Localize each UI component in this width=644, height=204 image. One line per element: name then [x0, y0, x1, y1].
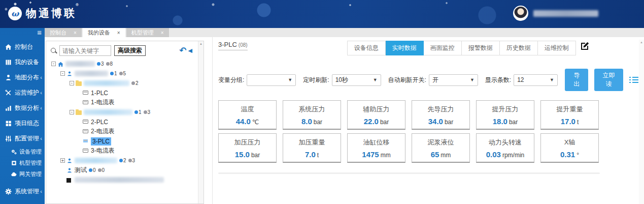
tree-node-device[interactable]: 1-PLC: [51, 88, 201, 98]
close-icon[interactable]: ×: [161, 30, 164, 36]
scroll-up-icon[interactable]: ▲: [640, 41, 643, 44]
card-value: 44.0: [236, 117, 251, 126]
chevron-left-icon: ‹: [40, 105, 42, 111]
refresh-interval-select[interactable]: 10秒▼: [332, 74, 381, 86]
device-icon: [83, 90, 89, 96]
data-card-pressurize-pressure[interactable]: 加压压力 15.0bar: [218, 133, 277, 163]
sidebar-item-my-devices[interactable]: 我的设备: [0, 54, 45, 70]
collapse-node-icon[interactable]: -: [70, 110, 74, 114]
sidebar-item-config[interactable]: 配置管理 ‹: [0, 131, 45, 146]
sidebar-subitem-label: 设备管理: [19, 148, 42, 156]
tree-node-device[interactable]: 2-电流表: [51, 127, 201, 136]
cloud-icon: [11, 171, 17, 178]
tab-model-mgmt[interactable]: 机型管理 ×: [126, 28, 169, 37]
tree-node-root[interactable]: - 3 8: [51, 59, 201, 69]
gray-dot-icon: [119, 72, 123, 75]
page-scrollbar[interactable]: ▲: [639, 40, 644, 204]
tab-console[interactable]: 控制台 ×: [45, 28, 82, 37]
collapse-node-icon[interactable]: -: [70, 81, 74, 85]
sidebar-item-ops[interactable]: 运营维护 ‹: [0, 85, 45, 100]
home-icon: [57, 61, 64, 67]
user-icon: [66, 167, 73, 173]
sidebar-item-project[interactable]: 项目组态: [0, 115, 45, 131]
display-count-select[interactable]: 12▼: [514, 74, 558, 86]
sidebar-item-console[interactable]: 控制台: [0, 39, 45, 54]
tree-node-other[interactable]: [51, 175, 201, 185]
hamburger-icon[interactable]: ≡: [37, 28, 42, 37]
collapse-panel-icon[interactable]: ◀: [188, 47, 192, 54]
section-separator: [218, 172, 600, 174]
sidebar-item-analytics[interactable]: 数据分析 ‹: [0, 100, 45, 115]
data-card-lift-weight[interactable]: 提升重量 17.0t: [540, 100, 599, 130]
total-count-badge: 5: [119, 71, 126, 76]
tab-device-info[interactable]: 设备信息: [347, 41, 386, 55]
tree-node-group[interactable]: - 1 5: [51, 69, 201, 78]
data-card-pressurize-weight[interactable]: 加压重量 7.0t: [283, 133, 341, 163]
device-tab-group: 设备信息 实时数据 画面监控 报警数据 历史数据 运维控制: [347, 41, 576, 55]
undo-icon[interactable]: ↶: [179, 47, 186, 54]
tree-node-device[interactable]: 1-电流表: [51, 98, 201, 107]
card-unit: mm: [381, 152, 391, 159]
data-card-lift-pressure[interactable]: 提升压力 18.0bar: [476, 100, 534, 130]
chevron-left-icon: ‹: [40, 74, 42, 80]
scroll-up-icon[interactable]: ▲: [199, 42, 202, 45]
card-unit: bar: [251, 152, 260, 159]
tab-my-devices[interactable]: 我的设备 ×: [83, 28, 125, 37]
data-card-mud-level[interactable]: 泥浆液位 65mm: [412, 133, 470, 163]
advanced-search-button[interactable]: 高级搜索: [114, 45, 146, 56]
tree-node-group-collapsed[interactable]: + 2 3: [51, 156, 201, 165]
close-icon[interactable]: ×: [117, 30, 120, 36]
sidebar-subitem-model-mgmt[interactable]: 机型管理: [0, 157, 45, 168]
auto-refresh-select[interactable]: 开▼: [429, 74, 478, 86]
edit-icon[interactable]: [580, 42, 589, 51]
data-card-pilot-pressure[interactable]: 先导压力 34.0bar: [412, 100, 470, 130]
tab-label: 控制台: [50, 29, 66, 37]
card-value: 1475: [362, 150, 379, 159]
device-title-suffix: (08): [239, 42, 248, 48]
collapse-node-icon[interactable]: -: [60, 71, 65, 76]
tab-ops-control[interactable]: 运维控制: [538, 41, 576, 55]
card-label: 先导压力: [412, 105, 469, 114]
tree-node-device[interactable]: 3-电流表: [51, 146, 201, 156]
registered-mark: ®: [76, 3, 81, 7]
user-name-redacted: [533, 10, 598, 17]
collapse-node-icon[interactable]: -: [51, 62, 56, 66]
sidebar-subitem-gateway-mgmt[interactable]: 网关管理: [0, 168, 45, 180]
brand-logo-text: 物通博联®: [26, 6, 82, 20]
tree-node-folder[interactable]: - 2: [51, 78, 201, 88]
sidebar-subitem-device-mgmt[interactable]: 设备管理: [0, 146, 45, 157]
tab-alarm-data[interactable]: 报警数据: [462, 41, 500, 55]
user-avatar[interactable]: [513, 6, 528, 21]
card-label: 加压压力: [219, 138, 276, 147]
read-now-button[interactable]: 立即读: [594, 69, 623, 91]
tab-history-data[interactable]: 历史数据: [500, 41, 538, 55]
data-card-powerhead-speed[interactable]: 动力头转速 0.03rpm/min: [476, 133, 534, 163]
sidebar-item-system[interactable]: 系统管理 ‹: [0, 184, 45, 199]
online-count-badge: 1: [110, 71, 117, 76]
tab-realtime-data[interactable]: 实时数据: [386, 41, 424, 55]
blue-dot-icon: [89, 168, 92, 172]
tree-node-device[interactable]: 2-PLC: [51, 117, 201, 127]
card-label: 温度: [219, 105, 276, 114]
sidebar-item-map[interactable]: 地图分布 ‹: [0, 70, 45, 85]
export-button[interactable]: 导出: [565, 69, 588, 91]
user-menu[interactable]: [513, 6, 598, 21]
data-card-aux-pressure[interactable]: 辅助压力 22.0bar: [347, 100, 405, 130]
close-icon[interactable]: ×: [74, 30, 77, 36]
data-card-cylinder-displacement[interactable]: 油缸位移 1475mm: [347, 133, 405, 163]
tree-scrollbar[interactable]: ▲: [198, 41, 204, 203]
search-input[interactable]: [59, 45, 111, 56]
data-card-x-axis[interactable]: X轴 0.31°: [540, 133, 599, 163]
sidebar-item-label: 控制台: [15, 43, 33, 51]
list-view-icon[interactable]: [629, 76, 637, 84]
variable-group-select[interactable]: ▼: [247, 74, 296, 86]
data-card-temperature[interactable]: 温度 44.0℃: [218, 100, 277, 130]
data-card-system-pressure[interactable]: 系统压力 8.0bar: [283, 100, 341, 130]
tree-node-device-selected[interactable]: 3-PLC: [51, 136, 201, 146]
tree-node-folder[interactable]: - 1 3: [51, 107, 201, 117]
chevron-left-icon: ‹: [40, 135, 42, 141]
expand-node-icon[interactable]: +: [60, 158, 65, 163]
user-icon: [66, 71, 73, 77]
tree-node-test-user[interactable]: 测试 0 0: [51, 165, 201, 175]
tab-screen-monitor[interactable]: 画面监控: [424, 41, 462, 55]
